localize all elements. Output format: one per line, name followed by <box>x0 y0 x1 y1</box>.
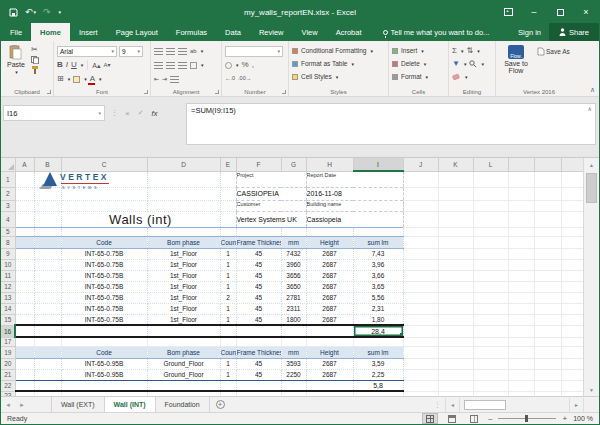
cell-K2[interactable] <box>438 187 473 200</box>
decrease-decimal-button[interactable]: .00→ <box>238 76 251 82</box>
cell-J1[interactable] <box>403 171 438 187</box>
cell-B11[interactable] <box>34 270 61 281</box>
cell-L10[interactable] <box>473 259 508 270</box>
cell-blank[interactable] <box>534 314 561 325</box>
cell-D16[interactable] <box>147 325 220 337</box>
cell-H21[interactable]: 2687 <box>306 369 353 380</box>
cell-G15[interactable]: 1800 <box>281 314 306 325</box>
cell-L9[interactable] <box>473 248 508 259</box>
cell-E3[interactable] <box>220 200 236 211</box>
cell-G10[interactable]: 3960 <box>281 259 306 270</box>
cell-D15[interactable]: 1st_Floor <box>147 314 220 325</box>
row-header-17[interactable]: 17 <box>1 337 15 346</box>
cell-blank[interactable] <box>561 281 585 292</box>
cell-D13[interactable]: 1st_Floor <box>147 292 220 303</box>
cell-C9[interactable]: INT-65-0.75B <box>61 248 147 259</box>
row-header-12[interactable]: 12 <box>1 281 15 292</box>
cell-I20[interactable]: 3,59 <box>353 358 403 369</box>
cell-blank[interactable] <box>534 325 561 337</box>
cell-A20[interactable] <box>15 358 34 369</box>
cell-F1[interactable]: Project <box>236 171 306 187</box>
sheet-tab-wall-int[interactable]: Wall (INT) <box>105 397 156 412</box>
cell-K19[interactable] <box>438 346 473 358</box>
save-as-button[interactable]: Save As <box>537 47 570 56</box>
scroll-right-icon[interactable]: ► <box>569 398 583 412</box>
cell-J2[interactable] <box>403 187 438 200</box>
cell-A19[interactable] <box>15 346 34 358</box>
underline-button[interactable]: U <box>71 61 77 69</box>
alignment-dialog-launcher[interactable] <box>215 90 219 94</box>
cell-I22[interactable]: 5,8 <box>353 380 403 391</box>
cell-G8[interactable]: mm <box>281 236 306 248</box>
cell-H22[interactable] <box>306 380 353 391</box>
cell-A15[interactable] <box>15 314 34 325</box>
cell-L14[interactable] <box>473 303 508 314</box>
cell-blank[interactable] <box>508 248 534 259</box>
number-format-combo[interactable]: ▾ <box>225 46 283 57</box>
percent-style-button[interactable]: % <box>242 61 249 69</box>
cell-H15[interactable]: 2687 <box>306 314 353 325</box>
cell-K17[interactable] <box>438 337 473 346</box>
normal-view-button[interactable] <box>422 413 438 424</box>
cell-C19[interactable]: Code <box>61 346 147 358</box>
col-header-C[interactable]: C <box>61 158 147 171</box>
cell-L13[interactable] <box>473 292 508 303</box>
cell-blank[interactable] <box>561 380 585 391</box>
cell-J12[interactable] <box>403 281 438 292</box>
wrap-text-icon[interactable] <box>170 76 179 83</box>
align-left-icon[interactable] <box>154 62 163 69</box>
cell-G5[interactable] <box>281 227 306 236</box>
cell-G22[interactable] <box>281 380 306 391</box>
cell-C4[interactable]: Walls (int) <box>61 211 220 227</box>
cell-J10[interactable] <box>403 259 438 270</box>
cell-blank[interactable] <box>534 200 561 211</box>
cell-A3[interactable] <box>15 200 34 211</box>
cell-H8[interactable]: Height <box>306 236 353 248</box>
cell-E1[interactable] <box>220 171 236 187</box>
fill-button[interactable]: ▼ <box>452 60 460 68</box>
cell-J21[interactable] <box>403 369 438 380</box>
cell-K1[interactable] <box>438 171 473 187</box>
ribbon-tab-acrobat[interactable]: Acrobat <box>327 23 371 41</box>
cell-I12[interactable]: 3,65 <box>353 281 403 292</box>
align-middle-icon[interactable] <box>166 48 175 55</box>
cell-blank[interactable] <box>508 380 534 391</box>
cell-B12[interactable] <box>34 281 61 292</box>
increase-indent-icon[interactable]: ⇥ <box>162 76 167 82</box>
cell-blank[interactable] <box>561 346 585 358</box>
save-icon[interactable] <box>9 8 18 17</box>
collapse-ribbon-button[interactable]: ∧ <box>590 86 595 94</box>
cell-H9[interactable]: 2687 <box>306 248 353 259</box>
cell-blank[interactable] <box>561 227 585 236</box>
cell-blank[interactable] <box>508 369 534 380</box>
cell-E13[interactable]: 2 <box>220 292 236 303</box>
cell-blank[interactable] <box>534 346 561 358</box>
ribbon-tab-insert[interactable]: Insert <box>70 23 107 41</box>
cell-E14[interactable]: 1 <box>220 303 236 314</box>
cell-E12[interactable]: 1 <box>220 281 236 292</box>
cell-C5[interactable] <box>61 227 147 236</box>
cell-D10[interactable]: 1st_Floor <box>147 259 220 270</box>
cell-F15[interactable]: 45 <box>236 314 281 325</box>
cell-B2[interactable] <box>34 187 61 200</box>
row-header-15[interactable]: 15 <box>1 314 15 325</box>
cell-J20[interactable] <box>403 358 438 369</box>
row-header-4[interactable]: 4 <box>1 211 15 227</box>
cell-D12[interactable]: 1st_Floor <box>147 281 220 292</box>
cell-H19[interactable]: Height <box>306 346 353 358</box>
cell-K16[interactable] <box>438 325 473 337</box>
cell-H11[interactable]: 2687 <box>306 270 353 281</box>
cell-F2[interactable]: CASSIOPEIA <box>236 187 306 200</box>
clipboard-dialog-launcher[interactable] <box>47 90 51 94</box>
row-header-5[interactable]: 5 <box>1 227 15 236</box>
zoom-out-button[interactable]: – <box>488 414 492 423</box>
scroll-up-icon[interactable]: ▲ <box>584 158 599 171</box>
italic-button[interactable]: I <box>66 61 68 69</box>
cell-blank[interactable] <box>561 337 585 346</box>
cell-L5[interactable] <box>473 227 508 236</box>
cell-F12[interactable]: 45 <box>236 281 281 292</box>
cell-F8[interactable]: Frame Thickness: <box>236 236 281 248</box>
cell-F20[interactable]: 45 <box>236 358 281 369</box>
cell-D19[interactable]: Bom phase <box>147 346 220 358</box>
cell-blank[interactable] <box>534 211 561 227</box>
